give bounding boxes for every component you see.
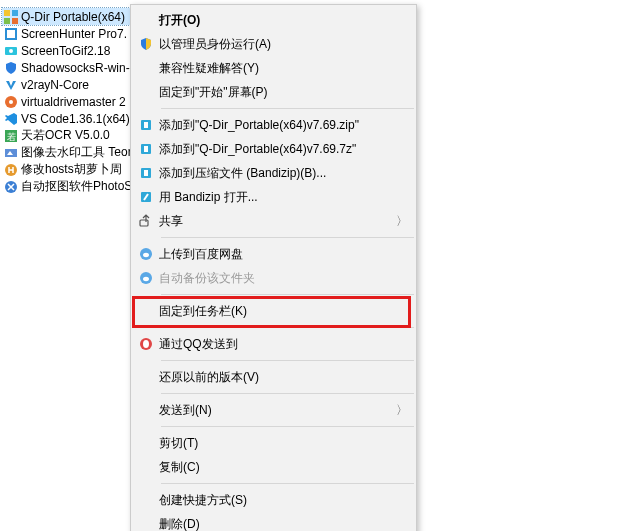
qdir-icon — [4, 10, 18, 24]
svg-point-26 — [143, 340, 149, 348]
menu-item-label: 用 Bandizip 打开... — [159, 189, 408, 206]
file-label: 天若OCR V5.0.0 — [21, 127, 110, 144]
svg-rect-0 — [4, 10, 10, 16]
svg-rect-20 — [144, 170, 148, 176]
menu-separator — [161, 237, 414, 238]
menu-item[interactable]: 创建快捷方式(S) — [131, 488, 416, 512]
menu-item-label: 剪切(T) — [159, 435, 408, 452]
menu-item-label: 添加到压缩文件 (Bandizip)(B)... — [159, 165, 408, 182]
svg-rect-22 — [140, 220, 148, 226]
menu-item-label: 还原以前的版本(V) — [159, 369, 408, 386]
menu-item-label: 删除(D) — [159, 516, 408, 532]
file-label: 自动抠图软件PhotoS — [21, 178, 132, 195]
menu-item[interactable]: 共享〉 — [131, 209, 416, 233]
file-label: Q-Dir Portable(x64) — [21, 10, 125, 24]
menu-item-label: 自动备份该文件夹 — [159, 270, 408, 287]
menu-separator — [161, 483, 414, 484]
menu-separator — [161, 294, 414, 295]
bz-icon — [133, 141, 159, 157]
svg-rect-16 — [144, 122, 148, 128]
menu-item-label: 创建快捷方式(S) — [159, 492, 408, 509]
svg-rect-3 — [12, 18, 18, 24]
file-label: ShadowsocksR-win- — [21, 61, 130, 75]
svg-point-9 — [9, 100, 13, 104]
menu-item-label: 以管理员身份运行(A) — [159, 36, 408, 53]
menu-item[interactable]: 上传到百度网盘 — [131, 242, 416, 266]
file-label: 图像去水印工具 Teor — [21, 144, 132, 161]
file-label: 修改hosts胡萝卜周 — [21, 161, 122, 178]
bz-open-icon — [133, 189, 159, 205]
menu-item[interactable]: 添加到压缩文件 (Bandizip)(B)... — [131, 161, 416, 185]
menu-item[interactable]: 剪切(T) — [131, 431, 416, 455]
menu-item[interactable]: 复制(C) — [131, 455, 416, 479]
ocr-icon: 若 — [4, 129, 18, 143]
baidu-icon — [133, 246, 159, 262]
vscode-icon — [4, 112, 18, 126]
v2rayn-icon — [4, 78, 18, 92]
qq-icon — [133, 336, 159, 352]
menu-item[interactable]: 固定到"开始"屏幕(P) — [131, 80, 416, 104]
menu-item[interactable]: 通过QQ发送到 — [131, 332, 416, 356]
menu-separator — [161, 360, 414, 361]
menu-item: 自动备份该文件夹 — [131, 266, 416, 290]
photoscissors-icon — [4, 180, 18, 194]
menu-item-label: 通过QQ发送到 — [159, 336, 408, 353]
menu-item[interactable]: 发送到(N)〉 — [131, 398, 416, 422]
menu-item-label: 发送到(N) — [159, 402, 390, 419]
context-menu: 打开(O)以管理员身份运行(A)兼容性疑难解答(Y)固定到"开始"屏幕(P)添加… — [130, 4, 417, 531]
menu-item[interactable]: 以管理员身份运行(A) — [131, 32, 416, 56]
menu-item-label: 添加到"Q-Dir_Portable(x64)v7.69.7z" — [159, 141, 408, 158]
menu-item[interactable]: 固定到任务栏(K) — [131, 299, 416, 323]
file-label: ScreenHunter Pro7. — [21, 27, 127, 41]
menu-item-label: 添加到"Q-Dir_Portable(x64)v7.69.zip" — [159, 117, 408, 134]
menu-item-label: 复制(C) — [159, 459, 408, 476]
menu-item-label: 兼容性疑难解答(Y) — [159, 60, 408, 77]
menu-item[interactable]: 打开(O) — [131, 8, 416, 32]
svg-rect-1 — [12, 10, 18, 16]
menu-separator — [161, 393, 414, 394]
menu-separator — [161, 426, 414, 427]
bz-icon — [133, 165, 159, 181]
submenu-arrow-icon: 〉 — [396, 402, 408, 419]
file-label: virtualdrivemaster 2 — [21, 95, 126, 109]
hosts-icon — [4, 163, 18, 177]
menu-item[interactable]: 用 Bandizip 打开... — [131, 185, 416, 209]
menu-item-label: 上传到百度网盘 — [159, 246, 408, 263]
screentogif-icon — [4, 44, 18, 58]
file-label: ScreenToGif2.18 — [21, 44, 110, 58]
baidu-icon — [133, 270, 159, 286]
menu-separator — [161, 108, 414, 109]
menu-item[interactable]: 添加到"Q-Dir_Portable(x64)v7.69.zip" — [131, 113, 416, 137]
menu-item[interactable]: 添加到"Q-Dir_Portable(x64)v7.69.7z" — [131, 137, 416, 161]
svg-text:若: 若 — [7, 132, 16, 142]
menu-item-label: 固定到"开始"屏幕(P) — [159, 84, 408, 101]
shield-icon — [133, 36, 159, 52]
bz-icon — [133, 117, 159, 133]
menu-item[interactable]: 删除(D) — [131, 512, 416, 531]
menu-item-label: 固定到任务栏(K) — [159, 303, 408, 320]
file-label: v2rayN-Core — [21, 78, 89, 92]
svg-point-7 — [9, 49, 13, 53]
submenu-arrow-icon: 〉 — [396, 213, 408, 230]
menu-item[interactable]: 兼容性疑难解答(Y) — [131, 56, 416, 80]
screenhunter-icon — [4, 27, 18, 41]
virtualdrive-icon — [4, 95, 18, 109]
menu-item[interactable]: 还原以前的版本(V) — [131, 365, 416, 389]
svg-rect-2 — [4, 18, 10, 24]
menu-item-label: 共享 — [159, 213, 390, 230]
watermark-icon — [4, 146, 18, 160]
file-label: VS Code1.36.1(x64) — [21, 112, 130, 126]
menu-separator — [161, 327, 414, 328]
share-icon — [133, 213, 159, 229]
shadowsocksr-icon — [4, 61, 18, 75]
svg-rect-5 — [7, 30, 15, 38]
svg-rect-18 — [144, 146, 148, 152]
menu-item-label: 打开(O) — [159, 12, 408, 29]
